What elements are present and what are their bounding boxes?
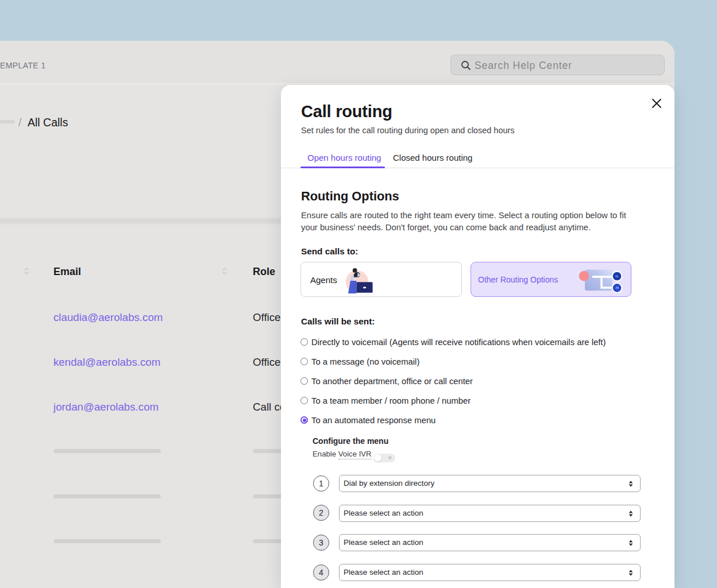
svg-text:KL: KL [615,275,619,278]
svg-text:JM: JM [615,287,619,289]
